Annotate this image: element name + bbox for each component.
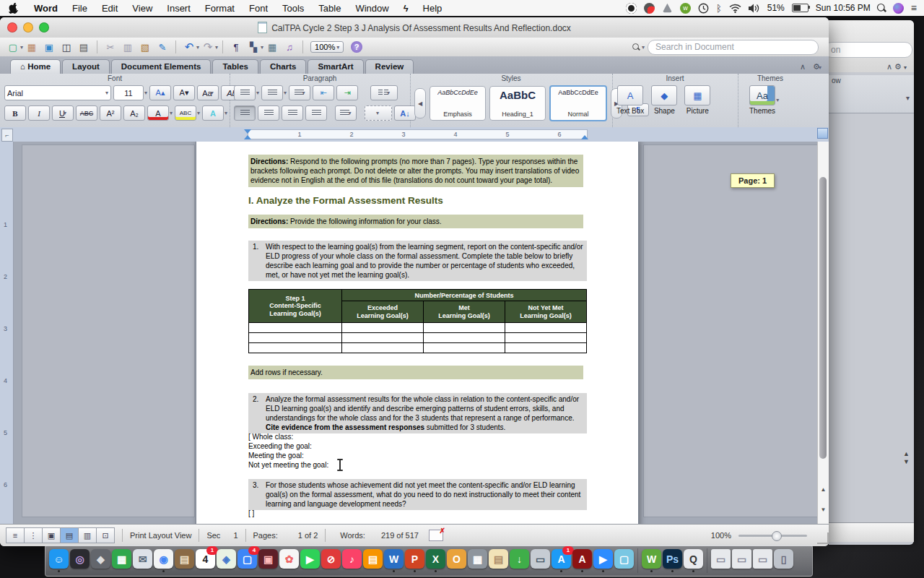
dock-item[interactable]: O	[446, 549, 467, 572]
line-spacing-button[interactable]: ▾	[335, 105, 357, 121]
view-label[interactable]: Print Layout View	[130, 531, 191, 540]
dock-item[interactable]: A1	[551, 549, 572, 572]
menu-app-name[interactable]: Word	[27, 3, 65, 14]
bg-gear-icon[interactable]: ⚙	[894, 62, 902, 71]
columns-button[interactable]: ▚	[246, 40, 261, 54]
redo-dd-icon[interactable]: ▾	[215, 44, 218, 51]
siri-icon[interactable]	[893, 3, 904, 14]
dock-item[interactable]: ▶	[593, 549, 614, 572]
table-row[interactable]	[248, 343, 587, 353]
font-size-select[interactable]: 11	[113, 85, 144, 100]
text-effects-button[interactable]: A	[202, 105, 224, 121]
decrease-indent-button[interactable]: ⇤	[313, 85, 334, 100]
menu-item[interactable]: Edit	[95, 3, 125, 14]
dock-item[interactable]: ✉	[132, 549, 153, 572]
insert-button[interactable]: ▦ Picture	[684, 85, 710, 115]
dock-item[interactable]: ◎	[69, 549, 90, 572]
dock-item[interactable]: ✿	[279, 549, 300, 572]
trash[interactable]: ▯	[773, 549, 794, 572]
align-right-button[interactable]	[282, 105, 303, 121]
font-size-dd-icon[interactable]: ▾	[144, 90, 147, 96]
justify-button[interactable]	[305, 105, 327, 121]
superscript-button[interactable]: A²	[100, 105, 121, 121]
menu-item[interactable]: Window	[348, 3, 396, 14]
open-button[interactable]: ▣	[42, 40, 56, 54]
menu-item[interactable]: View	[125, 3, 160, 14]
ribbon-gear-dd-icon[interactable]: ▾	[819, 64, 821, 71]
bg-ribbon-dd-icon[interactable]: ▾	[906, 94, 910, 102]
style-heading1[interactable]: AaBbC Heading_1	[489, 86, 546, 121]
wifi-icon[interactable]	[729, 4, 741, 13]
first-line-indent-marker[interactable]	[244, 129, 251, 134]
search-scope-icon[interactable]	[632, 43, 640, 51]
dock-item[interactable]: ▢4	[237, 549, 258, 572]
underline-button[interactable]: U▾	[52, 105, 74, 121]
align-center-button[interactable]	[258, 105, 279, 121]
words-value[interactable]: 219 of 517	[381, 531, 419, 540]
title-bar[interactable]: CalTPA Cycle 2 Step 3 J Analysis Of Asse…	[0, 17, 829, 38]
bg-scroll-up-icon[interactable]: ▲	[903, 450, 910, 457]
scroll-up-icon[interactable]: ▲	[818, 484, 829, 496]
menu-help[interactable]: Help	[416, 3, 450, 14]
dock-item[interactable]: 41	[195, 549, 216, 572]
pages-value[interactable]: 1 of 2	[298, 531, 318, 540]
redo-button[interactable]: ↷	[201, 40, 215, 54]
themes-button[interactable]: Aa Themes	[749, 85, 775, 115]
menu-item[interactable]: Font	[242, 3, 275, 14]
bg-scroll-arrows[interactable]: ▲ ▼	[903, 450, 910, 466]
undo-dd-icon[interactable]: ▾	[196, 44, 199, 51]
save-button[interactable]: ◫	[59, 40, 74, 54]
dock-item[interactable]: ◆	[90, 549, 111, 572]
dock-item[interactable]: ▦	[111, 549, 132, 572]
bg-scroll-down-icon[interactable]: ▼	[903, 458, 910, 465]
dock-item[interactable]: ⊘	[321, 549, 341, 572]
dock-item[interactable]: ◉	[153, 549, 174, 572]
multilevel-list-button[interactable]: ▾	[289, 85, 310, 100]
collapse-ribbon-icon[interactable]: ∧	[800, 62, 806, 72]
response-2[interactable]: [ Whole class:Exceeding the goal:Meeting…	[248, 432, 328, 470]
print-button[interactable]: ▤	[77, 40, 91, 54]
new-dd-icon[interactable]: ▾	[20, 44, 23, 51]
recording-app-icon[interactable]	[644, 3, 655, 14]
dock-item[interactable]: W	[641, 549, 662, 572]
dock-item[interactable]: ▢	[614, 549, 635, 572]
tab-home[interactable]: ⌂ Home	[10, 59, 61, 74]
tab-review[interactable]: Review	[365, 59, 414, 74]
columns-dd-icon[interactable]: ▾	[261, 44, 263, 51]
tab-stop-selector[interactable]: ⌐	[1, 129, 13, 142]
assessment-table[interactable]: Step 1 Content-Specific Learning Goal(s)…	[248, 289, 587, 353]
insert-button[interactable]: A Text Box	[616, 85, 644, 115]
horizontal-ruler[interactable]: 123456	[0, 127, 829, 142]
cut-button[interactable]: ✂	[103, 40, 118, 54]
response-3[interactable]: [ ]	[248, 509, 254, 518]
bullets-dd-icon[interactable]: ▾	[256, 90, 259, 96]
insert-button[interactable]: ◆ Shape	[651, 85, 677, 115]
tab-tables[interactable]: Tables	[212, 59, 258, 74]
font-color-button[interactable]: A	[147, 105, 169, 121]
left-indent-marker[interactable]	[244, 135, 251, 139]
new-document-button[interactable]: ▢	[6, 40, 20, 54]
minimized-window[interactable]: ▭	[710, 549, 731, 572]
italic-button[interactable]: I	[28, 105, 50, 121]
battery-icon[interactable]	[792, 4, 808, 12]
dock-item[interactable]: ◈	[216, 549, 237, 572]
dock-item[interactable]: ↓	[509, 549, 530, 572]
bold-button[interactable]: B	[4, 105, 26, 121]
shrink-font-button[interactable]: A▾	[173, 85, 195, 100]
tab-document-elements[interactable]: Document Elements	[111, 59, 212, 74]
volume-icon[interactable]	[749, 4, 760, 13]
utility-icon[interactable]	[662, 3, 673, 14]
show-formatting-button[interactable]: ¶	[229, 40, 243, 54]
tab-charts[interactable]: Charts	[260, 59, 306, 74]
style-emphasis[interactable]: AaBbCcDdEe Emphasis	[430, 86, 486, 121]
numbering-dd-icon[interactable]: ▾	[284, 90, 287, 96]
view-button[interactable]: ▤	[61, 527, 79, 543]
gallery-button[interactable]: ▦	[25, 40, 39, 54]
vertical-ruler[interactable]: 123 456	[0, 142, 14, 525]
dock-item[interactable]: ♪	[341, 549, 362, 572]
dock-item[interactable]: A	[572, 549, 593, 572]
notification-center-icon[interactable]: ≡	[911, 2, 917, 14]
resize-grip[interactable]	[817, 532, 829, 544]
view-button[interactable]: ▣	[43, 527, 61, 543]
tab-layout[interactable]: Layout	[62, 59, 110, 74]
